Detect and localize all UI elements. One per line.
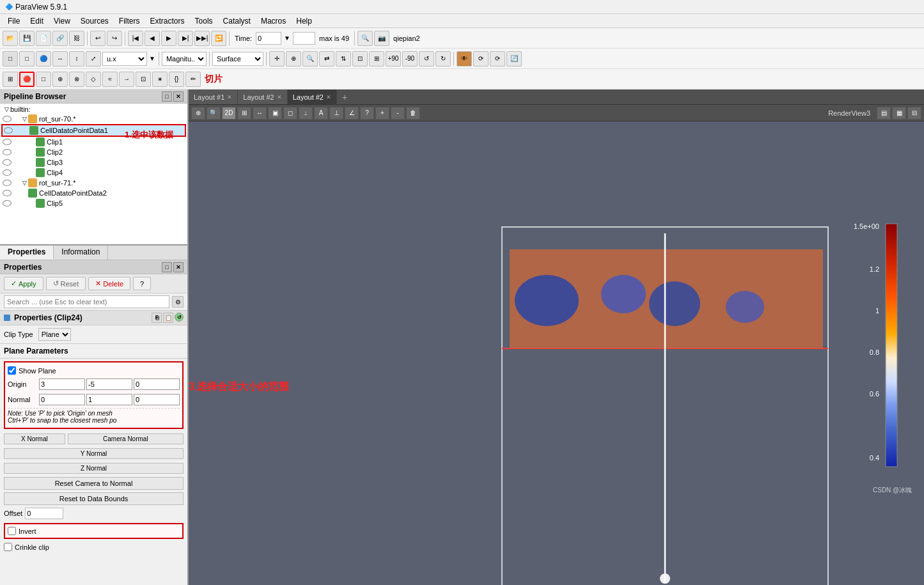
pipeline-item-clip5[interactable]: Clip5	[1, 198, 186, 208]
tb2-btn2[interactable]: □	[19, 51, 35, 66]
menu-help[interactable]: Help	[291, 15, 317, 27]
tab-properties[interactable]: Properties	[0, 246, 54, 260]
origin-x-input[interactable]	[39, 378, 85, 390]
tb2-orient1[interactable]: ✛	[269, 51, 285, 66]
filters-btn5[interactable]: ⊗	[69, 72, 84, 87]
vp-btn-select2[interactable]: ◻	[283, 107, 297, 120]
origin-z-input[interactable]	[134, 378, 180, 390]
open-file-btn[interactable]: 📂	[3, 31, 18, 46]
save-state-btn[interactable]: 📄	[36, 31, 51, 46]
layout-tab-3[interactable]: Layout #2 ✕	[288, 90, 337, 104]
eye-rot71[interactable]	[3, 180, 12, 186]
pipeline-item-rot70[interactable]: ▽ rot_sur-70.*	[1, 114, 186, 124]
reset-data-btn[interactable]: Reset to Data Bounds	[4, 492, 184, 505]
pipeline-btn-2[interactable]: ✕	[173, 91, 184, 102]
tb2-orient7[interactable]: ⊞	[369, 51, 384, 66]
vp-btn-pick[interactable]: A	[314, 107, 328, 120]
tab-information[interactable]: Information	[54, 246, 108, 260]
filters-btn1[interactable]: ⊞	[3, 72, 18, 87]
tb2-orient10[interactable]: ↺	[419, 51, 434, 66]
eye-celldata2[interactable]	[3, 190, 12, 196]
prop-search-input[interactable]	[4, 295, 169, 308]
reset-camera-btn[interactable]: Reset Camera to Normal	[4, 477, 184, 490]
eye-clip5[interactable]	[3, 200, 12, 207]
layout-add-btn[interactable]: +	[337, 91, 352, 104]
vp-btn-measure2[interactable]: ∠	[345, 107, 359, 120]
tb2-orient2[interactable]: ⊕	[286, 51, 301, 66]
eye-clip4[interactable]	[3, 169, 12, 176]
pipeline-item-clip1[interactable]: Clip1	[1, 137, 186, 147]
prop-btn-1[interactable]: □	[162, 262, 172, 272]
reset-btn[interactable]: ↺ Reset	[46, 277, 86, 290]
vp-btn-layout1[interactable]: ▤	[877, 107, 891, 120]
x-normal-btn[interactable]: X Normal	[4, 433, 65, 444]
filters-btn3[interactable]: □	[36, 72, 51, 87]
pipeline-item-clip2[interactable]: Clip2	[1, 147, 186, 157]
filters-btn6[interactable]: ◇	[86, 72, 101, 87]
expand-rot70[interactable]: ▽	[20, 115, 28, 123]
filters-btn12[interactable]: ✏	[185, 72, 201, 87]
vp-btn-layout3[interactable]: ⊟	[907, 107, 921, 120]
filters-btn2[interactable]: 🔴	[19, 72, 35, 87]
tb2-btn4[interactable]: ↔	[52, 51, 68, 66]
tb2-render1[interactable]: 👁	[457, 51, 472, 66]
pipeline-item-rot71[interactable]: ▽ rot_sur-71.*	[1, 178, 186, 188]
vp-btn-select1[interactable]: ▣	[268, 107, 282, 120]
filters-btn8[interactable]: →	[119, 72, 134, 87]
vp-btn-2d[interactable]: 2D	[222, 107, 236, 120]
filters-btn10[interactable]: ∗	[152, 72, 168, 87]
layout-1-close[interactable]: ✕	[227, 94, 232, 100]
step-fwd-btn[interactable]: ▶|	[178, 31, 193, 46]
invert-checkbox[interactable]	[8, 527, 16, 535]
expand-rot71[interactable]: ▽	[20, 179, 28, 187]
eye-celldata1[interactable]	[4, 127, 13, 134]
layout-tab-2[interactable]: Layout #2 ✕	[238, 90, 287, 104]
help-btn[interactable]: ?	[133, 277, 151, 290]
tb2-orient4[interactable]: ⇄	[319, 51, 334, 66]
save-btn[interactable]: 💾	[19, 31, 35, 46]
menu-file[interactable]: File	[3, 15, 25, 27]
normal-y-input[interactable]	[86, 394, 132, 405]
pipeline-item-clip4[interactable]: Clip4	[1, 168, 186, 178]
layout-2-close[interactable]: ✕	[277, 94, 282, 100]
menu-filters[interactable]: Filters	[114, 15, 145, 27]
tb2-orient8[interactable]: +90	[386, 51, 401, 66]
eye-rot70[interactable]	[3, 116, 12, 122]
last-frame-btn[interactable]: ▶▶|	[194, 31, 210, 46]
menu-extractors[interactable]: Extractors	[145, 15, 190, 27]
show-plane-checkbox[interactable]	[8, 366, 16, 375]
array-select[interactable]: u.x	[102, 52, 147, 66]
normal-x-input[interactable]	[39, 394, 85, 405]
vp-btn-del[interactable]: 🗑	[406, 107, 420, 120]
filters-btn9[interactable]: ⊡	[136, 72, 151, 87]
time-dropdown[interactable]: ▼	[283, 35, 292, 42]
crinkle-checkbox[interactable]	[4, 543, 12, 551]
vp-btn-add[interactable]: +	[375, 107, 389, 120]
disconnect-btn[interactable]: ⛓	[69, 31, 84, 46]
apply-btn[interactable]: ✓ Apply	[4, 277, 43, 290]
menu-view[interactable]: View	[49, 15, 75, 27]
offset-input[interactable]	[25, 508, 63, 519]
undo-btn[interactable]: ↩	[90, 31, 106, 46]
tb2-orient5[interactable]: ⇅	[336, 51, 351, 66]
time-value-input[interactable]	[293, 32, 315, 45]
expand-builtin[interactable]: ▽	[3, 105, 10, 113]
menu-sources[interactable]: Sources	[75, 15, 114, 27]
connect-btn[interactable]: 🔗	[52, 31, 68, 46]
layout-tab-1[interactable]: Layout #1 ✕	[189, 90, 238, 104]
section-btn-paste[interactable]: 📋	[163, 313, 173, 323]
tb2-btn3[interactable]: 🔵	[36, 51, 51, 66]
tb2-orient11[interactable]: ↻	[435, 51, 451, 66]
menu-edit[interactable]: Edit	[25, 15, 49, 27]
normal-z-input[interactable]	[134, 394, 180, 405]
viewport-3d[interactable]: 1.5e+00 1.2 1 0.8 0.6 0.4 CSDN @冰魄 3.选择合…	[189, 121, 924, 585]
redo-btn[interactable]: ↪	[107, 31, 122, 46]
play-btn[interactable]: ▶	[161, 31, 176, 46]
loop-btn[interactable]: 🔁	[211, 31, 226, 46]
search-gear-btn[interactable]: ⚙	[172, 296, 184, 308]
vp-btn-snap[interactable]: ⊞	[237, 107, 251, 120]
vp-btn-interact[interactable]: ⊕	[191, 107, 205, 120]
pipeline-item-builtin[interactable]: ▽ builtin:	[1, 105, 186, 114]
clip-type-select[interactable]: Plane	[38, 328, 71, 341]
origin-y-input[interactable]	[86, 378, 132, 390]
